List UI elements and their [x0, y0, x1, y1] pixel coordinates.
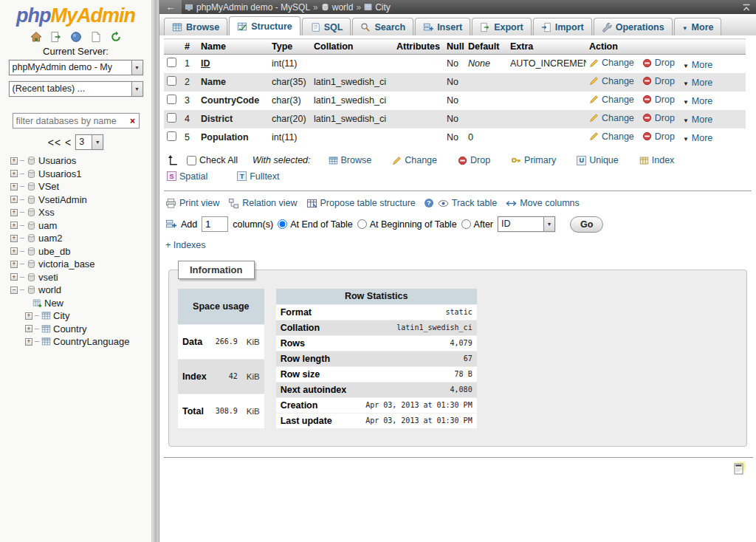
print-view-link[interactable]: Print view [165, 198, 219, 209]
db-item-xss[interactable]: Xss [0, 206, 151, 219]
db-item-world[interactable]: world [0, 284, 151, 297]
drop-column-link[interactable]: Drop [642, 95, 675, 105]
db-item-vsetiadmin[interactable]: VsetiAdmin [0, 193, 151, 207]
breadcrumb-table[interactable]: City [375, 2, 391, 13]
breadcrumb-server[interactable]: phpMyAdmin demo - MySQL [196, 2, 310, 13]
beginning-of-table-radio[interactable] [357, 219, 367, 229]
after-column-select[interactable]: ID [498, 216, 555, 232]
expand-icon[interactable] [10, 222, 18, 229]
propose-structure-link[interactable]: Propose table structure [306, 198, 416, 209]
sidebar-resize-handle[interactable] [151, 0, 159, 542]
go-button[interactable]: Go [570, 216, 603, 233]
phpmyadmin-logo[interactable]: phpMyAdmin [0, 4, 151, 27]
change-column-link[interactable]: Change [589, 58, 634, 68]
clear-filter-icon[interactable] [127, 116, 139, 126]
indexes-link[interactable]: + Indexes [165, 240, 206, 250]
tab-operations[interactable]: Operations [594, 18, 673, 35]
tab-insert[interactable]: Insert [415, 18, 470, 35]
drop-column-link[interactable]: Drop [642, 113, 675, 123]
expand-icon[interactable] [10, 261, 18, 268]
logout-icon[interactable] [50, 31, 62, 43]
selected-spatial-link[interactable]: SSpatial [167, 171, 207, 182]
db-item-vset[interactable]: VSet [0, 180, 151, 193]
add-count-input[interactable] [202, 216, 228, 232]
change-column-link[interactable]: Change [589, 76, 634, 86]
expand-icon[interactable] [10, 235, 18, 242]
check-all-toggle[interactable]: Check All [187, 155, 238, 165]
back-arrow-icon[interactable] [159, 0, 182, 14]
selected-fulltext-link[interactable]: TFulltext [237, 171, 279, 182]
db-item-victoria-base[interactable]: victoria_base [0, 258, 151, 271]
open-new-window-icon[interactable] [732, 462, 746, 476]
row-checkbox[interactable] [167, 95, 176, 104]
selected-browse-link[interactable]: Browse [329, 155, 372, 165]
expand-icon[interactable] [10, 196, 18, 203]
row-checkbox[interactable] [167, 76, 176, 86]
selected-primary-link[interactable]: Primary [511, 155, 556, 165]
docs-icon[interactable] [70, 31, 82, 43]
tab-export[interactable]: Export [472, 18, 532, 35]
more-column-link[interactable]: More [683, 60, 712, 70]
row-checkbox[interactable] [167, 58, 176, 67]
row-checkbox[interactable] [167, 131, 176, 141]
pager-fast-back[interactable]: << [48, 137, 61, 148]
home-icon[interactable] [30, 31, 42, 43]
track-table-link[interactable]: Track table [438, 198, 497, 209]
selected-unique-link[interactable]: UUnique [577, 155, 619, 165]
expand-icon[interactable] [10, 273, 18, 281]
end-of-table-radio[interactable] [278, 219, 287, 229]
help-icon[interactable] [425, 199, 433, 207]
drop-column-link[interactable]: Drop [642, 58, 675, 68]
relation-view-link[interactable]: Relation view [228, 198, 297, 209]
expand-icon[interactable] [25, 338, 32, 346]
selected-change-link[interactable]: Change [392, 155, 437, 165]
tree-item-new-table[interactable]: New [0, 297, 151, 310]
after-radio[interactable] [461, 219, 471, 229]
drop-column-link[interactable]: Drop [642, 76, 675, 86]
more-column-link[interactable]: More [683, 114, 712, 125]
breadcrumb-database[interactable]: world [332, 2, 354, 13]
chevron-down-icon[interactable] [92, 135, 103, 149]
drop-column-link[interactable]: Drop [642, 131, 675, 142]
reload-icon[interactable] [110, 31, 122, 43]
expand-icon[interactable] [10, 247, 18, 255]
db-item-vseti[interactable]: vseti [0, 271, 151, 284]
db-item-uam2[interactable]: uam2 [0, 232, 151, 245]
chevron-down-icon[interactable] [131, 61, 142, 75]
tab-more[interactable]: More [674, 18, 722, 35]
more-column-link[interactable]: More [683, 78, 712, 88]
radio-end-of-table[interactable]: At End of Table [278, 219, 353, 230]
database-filter-input[interactable] [13, 114, 127, 128]
expand-icon[interactable] [10, 170, 18, 177]
db-item-uam[interactable]: uam [0, 219, 151, 233]
change-column-link[interactable]: Change [589, 113, 634, 123]
tree-item-countrylanguage[interactable]: CountryLanguage [0, 335, 151, 349]
server-select[interactable]: phpMyAdmin demo - My [9, 60, 143, 75]
tree-item-country[interactable]: Country [0, 323, 151, 336]
chevron-down-icon[interactable] [131, 82, 142, 96]
selected-drop-link[interactable]: Drop [458, 155, 490, 165]
expand-icon[interactable] [25, 325, 32, 332]
expand-icon[interactable] [10, 157, 18, 165]
pager-back[interactable]: < [65, 137, 72, 148]
more-column-link[interactable]: More [683, 133, 712, 143]
tree-item-city[interactable]: City [0, 309, 151, 323]
check-all-checkbox[interactable] [187, 156, 196, 165]
db-item-usuarios[interactable]: Usuarios [0, 154, 151, 168]
tab-browse[interactable]: Browse [164, 18, 227, 35]
selected-index-link[interactable]: Index [639, 155, 675, 165]
expand-icon[interactable] [25, 312, 32, 320]
row-checkbox[interactable] [167, 113, 176, 123]
radio-beginning-of-table[interactable]: At Beginning of Table [357, 219, 457, 230]
more-column-link[interactable]: More [683, 96, 712, 106]
tab-import[interactable]: Import [533, 18, 592, 35]
chevron-down-icon[interactable] [543, 217, 554, 231]
pager-page-select[interactable]: 3 [75, 134, 103, 150]
db-item-usuarios1[interactable]: Usuarios1 [0, 168, 151, 181]
expand-icon[interactable] [10, 209, 18, 216]
move-columns-link[interactable]: Move columns [506, 198, 580, 209]
change-column-link[interactable]: Change [589, 131, 634, 142]
expand-icon[interactable] [10, 183, 18, 191]
collapse-top-icon[interactable] [741, 2, 752, 13]
tab-structure[interactable]: Structure [229, 16, 300, 35]
